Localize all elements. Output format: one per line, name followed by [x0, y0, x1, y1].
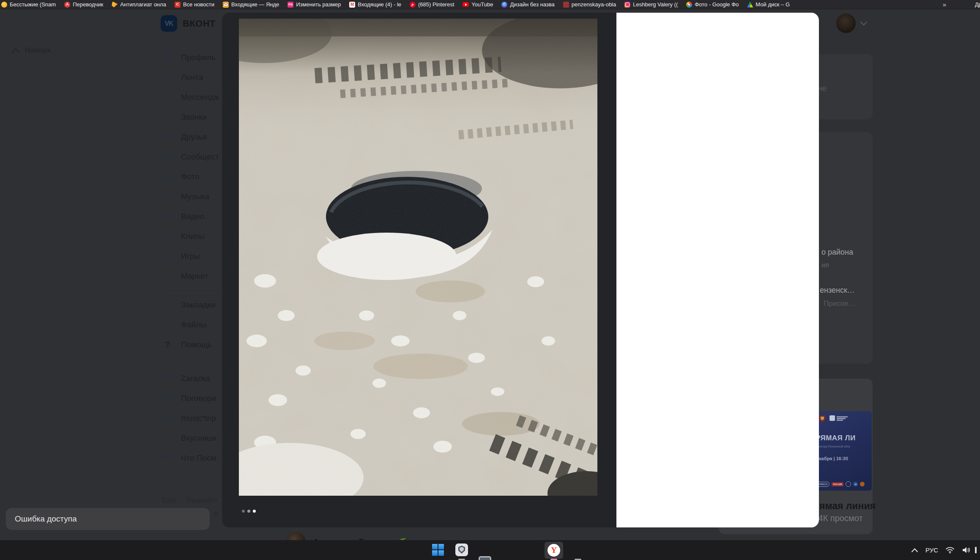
profile-icon: [162, 52, 173, 63]
circle-logo: [846, 481, 851, 487]
sidebar-item-photos[interactable]: Фото: [162, 167, 222, 187]
chevron-down-icon[interactable]: [859, 20, 868, 27]
sidebar-community-vkusnyashki[interactable]: Вкусняшк: [162, 428, 222, 448]
sidebar-item-messenger[interactable]: Мессендж: [162, 87, 222, 107]
calculator-icon[interactable]: [479, 556, 491, 560]
other-bookmarks-label[interactable]: Др: [975, 1, 980, 8]
sidebar-item-music[interactable]: Музыка: [162, 187, 222, 206]
community-name[interactable]: о района: [821, 248, 853, 257]
sidebar-label: Zarazka: [181, 374, 210, 383]
carousel-dot[interactable]: [247, 510, 250, 513]
sidebar-community-pogovori[interactable]: Поговори: [162, 388, 222, 408]
sidebar-item-communities[interactable]: Сообщест: [162, 147, 222, 167]
language-indicator[interactable]: РУС: [925, 546, 938, 554]
sidebar-item-help[interactable]: ? Помощь: [162, 335, 222, 354]
sidebar-label: Профиль: [181, 53, 216, 62]
back-to-top-label: Наверх: [25, 46, 51, 55]
sidebar-community-zarazka[interactable]: Zarazka: [162, 368, 222, 388]
community-icon: [162, 393, 173, 404]
video-title[interactable]: ямая линия: [819, 500, 876, 512]
sidebar-label: Видео: [181, 212, 205, 221]
user-avatar[interactable]: [836, 14, 856, 33]
site-favicon: [1, 2, 7, 8]
bookmark-canva[interactable]: C Дизайн без назва: [501, 1, 554, 8]
sidebar: Профиль Лента Мессендж Звонки Друзья Соо…: [162, 47, 222, 468]
sidebar-item-calls[interactable]: Звонки: [162, 107, 222, 127]
sidebar-label: Файлы: [181, 320, 206, 329]
community-icon: [162, 453, 173, 464]
snow-hole-photo[interactable]: [239, 19, 597, 496]
carousel-dot-active[interactable]: [253, 510, 256, 513]
tray-partial-icon[interactable]: [975, 547, 977, 553]
sidebar-label: Сообщест: [181, 152, 219, 162]
sidebar-item-games[interactable]: Игры: [162, 246, 222, 266]
sidebar-label: Фото: [181, 172, 200, 181]
bookmark-penza[interactable]: penzenskaya-obla: [563, 1, 616, 8]
news-icon: C: [175, 2, 181, 8]
bookmark-besstyzhie[interactable]: Бесстыжие (Snam: [1, 1, 56, 8]
bookmark-gmail[interactable]: M Входящие (4) - le: [349, 1, 401, 8]
carousel-dot[interactable]: [242, 510, 245, 513]
google-drive-icon: [747, 2, 753, 8]
bookmarks-overflow-chevron[interactable]: »: [943, 1, 946, 8]
footer-link-developers[interactable]: Разработ: [187, 496, 218, 505]
phone-icon: [162, 112, 173, 123]
community-icon: [162, 413, 173, 424]
region-logo-icon: [829, 415, 835, 421]
running-app-indicator: [550, 559, 557, 560]
sidebar-label: Помощь: [181, 340, 212, 349]
windows-start-button[interactable]: [432, 544, 445, 557]
tray-expand-chevron-icon[interactable]: [911, 548, 918, 553]
bookmark-resize[interactable]: PG Изменить размер: [287, 1, 341, 8]
video-views: ,4К просмот: [816, 513, 863, 523]
sidebar-item-market[interactable]: Маркет: [162, 266, 222, 286]
sidebar-item-files[interactable]: Файлы: [162, 315, 222, 335]
error-toast: Ошибка доступа: [6, 508, 210, 530]
community-name[interactable]: ензенск…: [820, 286, 855, 295]
footer-link-blog[interactable]: Блог: [162, 496, 178, 505]
bookmark-instagram[interactable]: Leshberg Valery ((: [624, 1, 678, 8]
google-photos-icon: [686, 2, 692, 8]
bookmark-google-photos[interactable]: Фото - Google Фо: [686, 1, 739, 8]
sidebar-item-profile[interactable]: Профиль: [162, 47, 222, 67]
sidebar-item-bookmarks[interactable]: Закладки: [162, 295, 222, 315]
sidebar-item-feed[interactable]: Лента: [162, 67, 222, 87]
sidebar-item-video[interactable]: Видео: [162, 206, 222, 226]
chevron-up-icon: [11, 47, 20, 53]
footer-link-more[interactable]: А: [213, 510, 218, 519]
vk-logo-icon[interactable]: VK: [161, 15, 177, 32]
bookmark-pinterest[interactable]: p (685) Pinterest: [410, 1, 454, 8]
system-tray: РУС: [911, 540, 980, 560]
back-to-top-link[interactable]: Наверх: [11, 46, 51, 55]
friends-icon: [162, 132, 173, 143]
market-icon: [162, 271, 173, 282]
community-icon: [162, 433, 173, 444]
bookmark-news[interactable]: C Все новости: [175, 1, 214, 8]
coat-of-arms-icon: [819, 415, 825, 423]
file-icon: [162, 319, 173, 330]
sidebar-community-musictrip[interactable]: music*trip: [162, 408, 222, 428]
bookmark-translator[interactable]: A Переводчик: [64, 1, 103, 8]
sidebar-item-clips[interactable]: Клипы: [162, 226, 222, 246]
antiplagiat-icon: [112, 2, 118, 8]
sidebar-label: Звонки: [181, 113, 207, 122]
screen: Наверх VK ВКОНТ Профиль Лента Мессендж З…: [0, 0, 980, 560]
bookmark-yandex-mail[interactable]: Входящие — Янде: [223, 1, 279, 8]
antivirus-icon[interactable]: [455, 544, 468, 556]
music-icon: [162, 191, 173, 202]
volume-icon[interactable]: [962, 546, 971, 554]
bookmark-youtube[interactable]: YouTube: [463, 1, 493, 8]
carousel-dots[interactable]: [242, 510, 256, 513]
sidebar-item-friends[interactable]: Друзья: [162, 127, 222, 147]
sidebar-label: Мессендж: [181, 93, 219, 102]
bookmark-antiplagiat[interactable]: Антиплагиат онла: [112, 1, 166, 8]
yandex-browser-active[interactable]: Y: [545, 542, 563, 559]
wifi-icon[interactable]: [945, 546, 955, 554]
community-icon: [162, 373, 173, 384]
sidebar-label: Маркет: [181, 272, 208, 281]
video-thumbnail[interactable]: РЯМАЯ ЛИ ернатора Пензенской обла екабря…: [814, 411, 872, 491]
poster-title: РЯМАЯ ЛИ: [816, 434, 856, 442]
join-button[interactable]: Присое…: [824, 299, 856, 308]
sidebar-community-chtoposmotret[interactable]: Что Посм: [162, 448, 222, 468]
bookmark-google-drive[interactable]: Мой диск – G: [747, 1, 790, 8]
